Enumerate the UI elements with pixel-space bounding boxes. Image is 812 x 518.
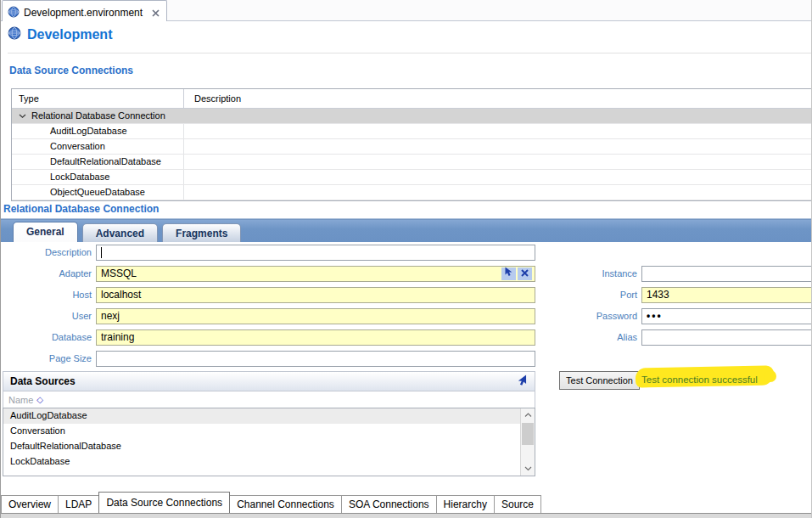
port-label: Port [544,287,637,303]
cursor-arrow-icon[interactable] [517,374,528,389]
description-label: Description [8,245,92,261]
adapter-select-button[interactable] [501,267,516,280]
text-caret [101,247,102,258]
tab-overview[interactable]: Overview [1,495,59,513]
host-label: Host [8,287,92,303]
data-sources-name-header[interactable]: Name ◇ [3,391,535,408]
row-label: LockDatabase [50,170,109,184]
data-sources-list: AuditLogDatabase Conversation DefaultRel… [3,408,535,476]
host-field[interactable]: localhost [96,287,535,303]
page-title: Development [8,26,112,43]
test-connection-button[interactable]: Test Connection [559,371,640,390]
adapter-label: Adapter [8,266,92,282]
table-row-group[interactable]: Relational Database Connection [12,109,812,124]
table-row[interactable]: Conversation [12,139,812,155]
bottom-strip [1,513,812,518]
password-label: Password [544,308,637,324]
description-field[interactable] [96,245,535,261]
alias-field[interactable] [641,329,812,346]
password-field[interactable]: ••• [641,308,812,324]
tab-advanced[interactable]: Advanced [82,223,158,242]
section-title-data-source-connections: Data Source Connections [9,65,133,76]
data-sources-title: Data Sources [10,375,76,387]
table-row[interactable]: AuditLogDatabase [12,124,812,139]
sort-diamond-icon: ◇ [36,395,43,404]
table-row[interactable]: LockDatabase [12,170,812,185]
scroll-up-icon[interactable] [521,408,535,422]
globe-icon [8,26,21,43]
list-item[interactable]: LockDatabase [3,454,520,470]
table-row[interactable]: ObjectQueueDatabase [12,185,812,200]
cursor-arrow-icon [504,267,513,281]
x-icon [521,267,529,281]
divider [8,53,812,53]
page-size-field[interactable] [96,351,535,367]
test-result-message: Test connection successful [641,374,758,385]
database-field[interactable]: training [96,329,535,346]
column-header-description[interactable]: Description [184,89,812,108]
list-item[interactable]: Conversation [3,424,520,439]
list-item[interactable]: DefaultRelationalDatabase [3,439,520,454]
instance-label: Instance [544,266,637,282]
chevron-down-icon[interactable] [19,109,26,123]
close-icon[interactable] [152,9,160,17]
row-label: ObjectQueueDatabase [50,185,145,200]
tab-source[interactable]: Source [494,495,541,513]
tab-general[interactable]: General [13,222,78,242]
detail-tab-band: General Advanced Fragments [1,218,812,242]
user-field[interactable]: nexj [96,308,535,324]
data-sources-panel-header: Data Sources [3,371,535,391]
scrollbar[interactable] [520,408,535,476]
bottom-tab-bar: Overview LDAP Data Source Connections Ch… [1,492,812,513]
row-label: Conversation [50,139,105,154]
page-title-text: Development [27,27,112,42]
tab-fragments[interactable]: Fragments [162,223,241,242]
column-header-type[interactable]: Type [12,89,184,108]
adapter-clear-button[interactable] [518,267,532,280]
environment-editor: Development.environment Development Data… [0,0,812,518]
alias-label: Alias [544,329,637,346]
row-label: AuditLogDatabase [50,124,127,138]
tab-hierarchy[interactable]: Hierarchy [436,495,495,513]
detail-section-title: Relational Database Connection [3,203,159,215]
table-row[interactable]: DefaultRelationalDatabase [12,155,812,170]
tab-soa-connections[interactable]: SOA Connections [341,495,437,513]
tab-data-source-connections[interactable]: Data Source Connections [98,492,230,513]
globe-icon [8,6,20,20]
user-label: User [8,308,92,324]
instance-field[interactable] [641,266,812,282]
editor-tab-development-environment[interactable]: Development.environment [2,0,167,21]
scrollbar-thumb[interactable] [522,423,534,445]
scroll-down-icon[interactable] [521,462,535,476]
editor-tab-title: Development.environment [24,7,143,19]
row-label: DefaultRelationalDatabase [50,155,161,169]
tab-channel-connections[interactable]: Channel Connections [229,495,342,513]
name-column-label: Name [8,395,33,405]
tab-ldap[interactable]: LDAP [58,495,99,513]
group-row-label: Relational Database Connection [31,109,165,123]
database-label: Database [8,329,92,346]
connections-table: Type Description Relational Database Con… [11,88,812,201]
table-header-row: Type Description [12,89,812,109]
list-item[interactable]: AuditLogDatabase [3,408,520,424]
highlighter-mark [764,370,776,382]
adapter-field[interactable]: MSSQL [96,266,535,282]
page-size-label: Page Size [8,351,92,367]
port-field[interactable]: 1433 [641,287,812,303]
